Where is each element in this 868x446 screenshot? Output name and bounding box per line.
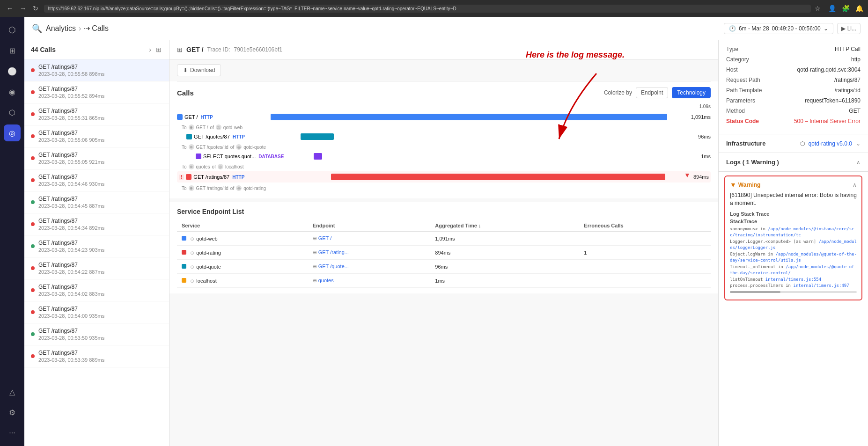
technology-button[interactable]: Technology: [672, 87, 711, 98]
gantt-db-type: DATABASE: [258, 154, 284, 159]
service-cell: ☺ qotd-rating: [177, 246, 308, 260]
gantt-bar-area: [289, 152, 698, 161]
call-list-item[interactable]: GET /ratings/87 2023-03-28, 00:54:23 903…: [24, 235, 169, 257]
nav-dashboard[interactable]: ⊞: [4, 42, 21, 59]
search-icon: 🔍: [32, 23, 42, 34]
refresh-button[interactable]: ↻: [31, 4, 40, 13]
call-info: GET /ratings/87 2023-03-28, 00:55:58 898…: [38, 64, 162, 77]
host-value: qotd-rating.qotd.svc:3004: [797, 66, 861, 73]
gantt-row-get-root[interactable]: GET / HTTP 1,091ms: [177, 112, 711, 122]
table-row[interactable]: ☺ qotd-rating ⊕ GET /rating... 894ms 1: [177, 246, 711, 260]
service-cell: ☺ qotd-web: [177, 232, 308, 246]
status-code-row: Status Code 500 – Internal Server Error: [726, 118, 861, 124]
nav-settings[interactable]: ⚙: [4, 404, 21, 421]
gantt-type: HTTP: [232, 175, 244, 180]
call-name: GET /ratings/87: [38, 152, 162, 158]
nav-map[interactable]: ⚪: [4, 63, 21, 80]
nav-service-map[interactable]: ◉: [4, 83, 21, 100]
service-icon: ☺: [190, 236, 196, 241]
nav-sidebar: ⬡ ⊞ ⚪ ◉ ⬡ ◎ △ ⚙ ···: [0, 17, 24, 446]
table-row[interactable]: ☺ qotd-quote ⊕ GET /quote... 96ms: [177, 260, 711, 274]
back-button[interactable]: ←: [5, 4, 15, 13]
chevron-down-icon: ⌄: [824, 25, 828, 32]
call-list-item[interactable]: GET /ratings/87 2023-03-28, 00:54:45 887…: [24, 191, 169, 213]
sub-service-icon: ◎: [236, 144, 242, 150]
parameters-row: Parameters requestToken=611890: [726, 97, 861, 104]
gantt-color-swatch: [177, 114, 183, 120]
live-button[interactable]: ▶ Li...: [837, 23, 861, 34]
nav-more[interactable]: ···: [4, 424, 21, 441]
app-header: 🔍 Analytics › ⇢ Calls 🕐 6m - Mar 28 00:4…: [24, 17, 868, 40]
erroneous-cell: [579, 274, 711, 288]
call-meta: 2023-03-28, 00:55:58 898ms: [38, 71, 162, 77]
endpoint-value[interactable]: GET /rating...: [318, 249, 349, 255]
call-info: GET /ratings/87 2023-03-28, 00:54:23 903…: [38, 240, 162, 253]
call-list-item[interactable]: GET /ratings/87 2023-03-28, 00:55:06 905…: [24, 125, 169, 147]
sidebar-title: 44 Calls: [31, 46, 56, 53]
call-list-item[interactable]: GET /ratings/87 2023-03-28, 00:54:00 935…: [24, 301, 169, 323]
gantt-row-ratings[interactable]: ! GET /ratings/87 HTTP ▼ 894ms: [177, 171, 711, 183]
scrollbar-thumb: [730, 291, 780, 293]
call-list-item[interactable]: GET /ratings/87 2023-03-28, 00:54:34 892…: [24, 213, 169, 235]
call-list-item[interactable]: GET /ratings/87 2023-03-28, 00:55:05 921…: [24, 147, 169, 169]
call-meta: 2023-03-28, 00:55:05 921ms: [38, 159, 162, 165]
sidebar-menu-button[interactable]: ⊞: [155, 45, 162, 54]
time-picker-button[interactable]: 🕐 6m - Mar 28 00:49:20 - 00:56:00 ⌄: [724, 23, 833, 34]
endpoint-value[interactable]: GET /quote...: [318, 263, 349, 269]
gantt-row-quotes[interactable]: GET /quotes/87 HTTP 96ms: [177, 132, 711, 141]
address-bar[interactable]: https://169.62.62.167.nip.io/#/analyze;d…: [44, 5, 811, 13]
nav-layers[interactable]: ⬡: [4, 104, 21, 121]
service-cell: ☺ localhost: [177, 274, 308, 288]
call-name: GET /ratings/87: [38, 328, 162, 334]
call-list-item[interactable]: GET /ratings/87 2023-03-28, 00:55:58 898…: [24, 59, 169, 81]
forward-button[interactable]: →: [18, 4, 28, 13]
request-path-row: Request Path /ratings/87: [726, 77, 861, 83]
call-list-item[interactable]: GET /ratings/87 2023-03-28, 00:54:22 887…: [24, 257, 169, 279]
call-meta: 2023-03-28, 00:55:52 894ms: [38, 93, 162, 99]
call-info: GET /ratings/87 2023-03-28, 00:54:02 883…: [38, 284, 162, 297]
call-list: GET /ratings/87 2023-03-28, 00:55:58 898…: [24, 59, 169, 446]
endpoint-value[interactable]: GET /: [318, 235, 332, 241]
col-endpoint: Endpoint: [308, 220, 431, 232]
calls-sidebar: 44 Calls › ⊞ GET /ratings/87 2023-03-28,…: [24, 40, 169, 446]
gantt-sub-row: To ⊕ quotes of ◎ localhost: [177, 164, 711, 169]
gantt-row-select[interactable]: SELECT quotes.quot... DATABASE 1ms: [177, 152, 711, 161]
call-info: GET /ratings/87 2023-03-28, 00:55:05 921…: [38, 152, 162, 165]
call-name: GET /ratings/87: [38, 174, 162, 180]
method-label: Method: [726, 108, 745, 114]
logs-section-header[interactable]: Logs ( 1 Warning ) ∧: [719, 153, 868, 172]
nav-analytics[interactable]: ◎: [4, 124, 21, 141]
call-list-item[interactable]: GET /ratings/87 2023-03-28, 00:55:31 865…: [24, 103, 169, 125]
call-list-item[interactable]: GET /ratings/87 2023-03-28, 00:54:46 930…: [24, 169, 169, 191]
call-list-item[interactable]: GET /ratings/87 2023-03-28, 00:55:52 894…: [24, 81, 169, 103]
endpoint-icon: ⊕: [313, 235, 318, 241]
nav-alerts[interactable]: △: [4, 383, 21, 400]
right-panel: Type HTTP Call Category http Host qotd-r…: [718, 40, 868, 446]
table-row[interactable]: ☺ localhost ⊕ quotes 1ms: [177, 274, 711, 288]
nav-home[interactable]: ⬡: [4, 22, 21, 38]
call-list-item[interactable]: GET /ratings/87 2023-03-28, 00:53:50 935…: [24, 323, 169, 345]
table-row[interactable]: ☺ qotd-web ⊕ GET / 1,091ms: [177, 232, 711, 246]
warning-triangle-icon: ▼: [730, 181, 736, 189]
path-template-label: Path Template: [726, 87, 762, 94]
call-info: GET /ratings/87 2023-03-28, 00:53:50 935…: [38, 328, 162, 341]
endpoint-button[interactable]: Endpoint: [636, 87, 668, 98]
chevron-up-icon: ∧: [856, 159, 861, 166]
endpoint-value[interactable]: quotes: [318, 278, 334, 283]
infra-link[interactable]: qotd-rating v5.0.0: [809, 140, 852, 147]
download-button[interactable]: ⬇ Download: [177, 64, 221, 76]
trace-title: GET /: [186, 46, 204, 53]
breadcrumb-analytics[interactable]: Analytics: [46, 24, 76, 33]
infrastructure-section[interactable]: Infrastructure ⬡ qotd-rating v5.0.0 ⌄: [719, 134, 868, 153]
header-right: 🕐 6m - Mar 28 00:49:20 - 00:56:00 ⌄ ▶ Li…: [724, 23, 861, 34]
call-list-item[interactable]: GET /ratings/87 2023-03-28, 00:54:02 883…: [24, 279, 169, 301]
service-name: localhost: [196, 278, 216, 284]
breadcrumb-separator: ›: [79, 24, 81, 33]
call-list-item[interactable]: GET /ratings/87 2023-03-28, 00:53:39 889…: [24, 345, 169, 367]
scrollbar-track[interactable]: [730, 291, 857, 293]
expand-sidebar-button[interactable]: ›: [148, 45, 152, 54]
log-warning-box: ▼ Warning ∧ [611890] Unexpected internal…: [724, 175, 862, 300]
endpoint-section: Service Endpoint List Service Endpoint A…: [169, 202, 718, 293]
breadcrumb-calls[interactable]: ⇢ Calls: [84, 24, 109, 33]
sub-icon: ⊕: [189, 124, 194, 130]
